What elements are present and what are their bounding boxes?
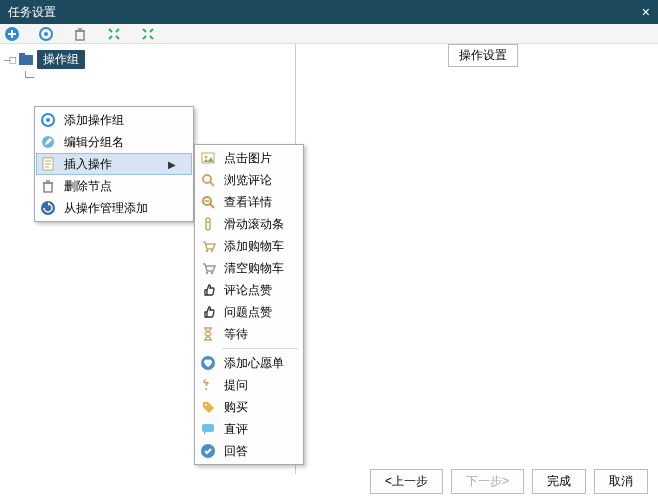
question-icon — [200, 377, 216, 393]
heart-icon — [200, 355, 216, 371]
menu-item-label: 评论点赞 — [224, 282, 272, 299]
trash-icon — [40, 178, 56, 194]
menu-item-label: 问题点赞 — [224, 304, 272, 321]
menu-item-label: 浏览评论 — [224, 172, 272, 189]
folder-icon — [19, 53, 33, 65]
menu-item-label: 查看详情 — [224, 194, 272, 211]
menu-item[interactable]: 从操作管理添加 — [36, 197, 192, 219]
menu-item-label: 直评 — [224, 421, 248, 438]
menu-item-label: 添加心愿单 — [224, 355, 284, 372]
svg-point-18 — [206, 250, 208, 252]
comment-icon — [200, 421, 216, 437]
menu-item[interactable]: 回答 — [196, 440, 302, 462]
svg-rect-16 — [206, 218, 210, 230]
menu-item-label: 清空购物车 — [224, 260, 284, 277]
cart-add-icon — [200, 238, 216, 254]
svg-point-19 — [211, 250, 213, 252]
menu-item-label: 插入操作 — [64, 156, 112, 173]
menu-item-label: 提问 — [224, 377, 248, 394]
gear-icon[interactable] — [38, 26, 54, 42]
svg-point-7 — [46, 118, 50, 122]
menu-item-label: 从操作管理添加 — [64, 200, 148, 217]
cart-clear-icon — [200, 260, 216, 276]
tree-root-label: 操作组 — [37, 50, 85, 69]
menu-item[interactable]: 编辑分组名 — [36, 131, 192, 153]
menu-item-label: 编辑分组名 — [64, 134, 124, 151]
svg-point-13 — [205, 156, 208, 159]
menu-item[interactable]: 浏览评论 — [196, 169, 302, 191]
edit-icon — [40, 134, 56, 150]
menu-item[interactable]: 删除节点 — [36, 175, 192, 197]
gear-plus-icon — [40, 112, 56, 128]
svg-rect-10 — [44, 183, 52, 192]
next-button: 下一步> — [451, 469, 524, 494]
menu-item[interactable]: 购买 — [196, 396, 302, 418]
menu-item[interactable]: 等待 — [196, 323, 302, 345]
thumb-icon — [200, 282, 216, 298]
zoom-icon — [200, 194, 216, 210]
svg-rect-3 — [76, 31, 84, 40]
svg-point-20 — [206, 272, 208, 274]
menu-item-label: 回答 — [224, 443, 248, 460]
add-icon[interactable] — [4, 26, 20, 42]
tree: —□ 操作组 └─ — [0, 44, 295, 92]
close-icon[interactable]: × — [642, 4, 650, 20]
menu-item[interactable]: 添加心愿单 — [196, 352, 302, 374]
menu-item[interactable]: 插入操作▶ — [36, 153, 192, 175]
menu-item-label: 删除节点 — [64, 178, 112, 195]
svg-point-21 — [211, 272, 213, 274]
menu-item[interactable]: 查看详情 — [196, 191, 302, 213]
hourglass-icon — [200, 326, 216, 342]
svg-rect-5 — [19, 53, 25, 57]
svg-point-14 — [203, 175, 211, 183]
titlebar: 任务设置 × — [0, 0, 658, 24]
settings-panel: 操作设置 — [296, 44, 658, 474]
tree-panel: —□ 操作组 └─ 添加操作组编辑分组名插入操作▶删除节点从操作管理添加 点击图… — [0, 44, 296, 474]
tree-root-row[interactable]: —□ 操作组 — [4, 50, 291, 68]
menu-item[interactable]: 提问 — [196, 374, 302, 396]
menu-item[interactable]: 添加购物车 — [196, 235, 302, 257]
svg-point-23 — [205, 388, 207, 390]
svg-point-24 — [205, 404, 207, 406]
toolbar — [0, 24, 658, 44]
menu-item[interactable]: 清空购物车 — [196, 257, 302, 279]
svg-rect-25 — [202, 424, 214, 432]
cancel-button[interactable]: 取消 — [594, 469, 648, 494]
menu-item-label: 点击图片 — [224, 150, 272, 167]
menu-item-label: 滑动滚动条 — [224, 216, 284, 233]
menu-item[interactable]: 滑动滚动条 — [196, 213, 302, 235]
tree-connector: └─ — [22, 71, 33, 84]
menu-item-label: 添加操作组 — [64, 112, 124, 129]
menu-separator — [222, 348, 298, 349]
tree-child-stub: └─ — [4, 68, 291, 86]
submenu: 点击图片浏览评论查看详情滑动滚动条添加购物车清空购物车评论点赞问题点赞等待添加心… — [194, 144, 304, 465]
tag-icon — [200, 399, 216, 415]
menu-item[interactable]: 直评 — [196, 418, 302, 440]
svg-point-17 — [207, 221, 209, 223]
svg-point-2 — [44, 32, 48, 36]
refresh-icon — [40, 200, 56, 216]
chevron-right-icon: ▶ — [168, 159, 176, 170]
footer: <上一步 下一步> 完成 取消 — [370, 469, 648, 494]
finish-button[interactable]: 完成 — [532, 469, 586, 494]
prev-button[interactable]: <上一步 — [370, 469, 443, 494]
window-title: 任务设置 — [8, 4, 56, 21]
menu-item[interactable]: 评论点赞 — [196, 279, 302, 301]
collapse-icon[interactable] — [140, 26, 156, 42]
tree-connector: —□ — [4, 53, 15, 66]
menu-item[interactable]: 添加操作组 — [36, 109, 192, 131]
scroll-icon — [200, 216, 216, 232]
context-menu: 添加操作组编辑分组名插入操作▶删除节点从操作管理添加 — [34, 106, 194, 222]
search-icon — [200, 172, 216, 188]
thumb-icon — [200, 304, 216, 320]
trash-icon[interactable] — [72, 26, 88, 42]
menu-item-label: 添加购物车 — [224, 238, 284, 255]
picture-icon — [200, 150, 216, 166]
menu-item[interactable]: 点击图片 — [196, 147, 302, 169]
menu-item[interactable]: 问题点赞 — [196, 301, 302, 323]
page-icon — [40, 156, 56, 172]
expand-icon[interactable] — [106, 26, 122, 42]
answer-icon — [200, 443, 216, 459]
menu-item-label: 购买 — [224, 399, 248, 416]
content-area: —□ 操作组 └─ 添加操作组编辑分组名插入操作▶删除节点从操作管理添加 点击图… — [0, 44, 658, 474]
